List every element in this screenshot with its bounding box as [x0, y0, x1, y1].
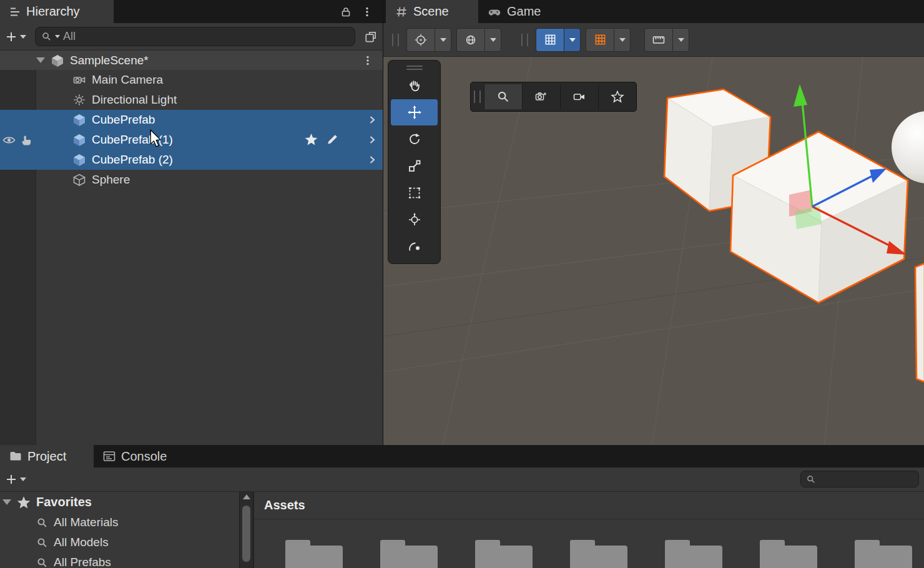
- hierarchy-row-cubeprefab-1[interactable]: CubePrefab (1): [0, 130, 383, 150]
- lock-icon[interactable]: [340, 6, 351, 17]
- visibility-eye-icon[interactable]: [2, 132, 16, 147]
- scene-menu-icon[interactable]: [362, 55, 373, 66]
- scale-tool-button[interactable]: [391, 153, 438, 179]
- toolbar-drag-handle[interactable]: [521, 34, 528, 46]
- move-tool-button[interactable]: [391, 99, 438, 125]
- hierarchy-row-directional-light[interactable]: Directional Light: [0, 90, 383, 110]
- draw-mode-button[interactable]: [406, 28, 435, 52]
- hierarchy-tabstrip: Hierarchy: [0, 0, 383, 23]
- ruler-dropdown[interactable]: [672, 28, 689, 52]
- console-icon: [102, 449, 116, 463]
- favorites-label: Favorites: [36, 495, 92, 509]
- project-console-panel: Project Console Favori: [0, 445, 924, 568]
- scene-visibility-dropdown[interactable]: [484, 28, 501, 52]
- folder-icon[interactable]: [855, 546, 912, 568]
- unity-scene-icon: [50, 53, 65, 68]
- favorites-item-label: All Prefabs: [54, 556, 111, 568]
- hierarchy-row-main-camera[interactable]: Main Camera: [0, 70, 383, 90]
- assets-grid-area[interactable]: Assets: [253, 492, 924, 568]
- tab-game[interactable]: Game: [478, 0, 549, 23]
- tools-overlay: [388, 60, 441, 264]
- project-search-input[interactable]: [800, 471, 919, 487]
- search-icon: [36, 517, 48, 529]
- prefab-open-chevron-icon[interactable]: [367, 155, 377, 165]
- scene-visibility-globe-button[interactable]: [456, 28, 484, 52]
- scene-star-button[interactable]: [598, 84, 636, 109]
- overlay-drag-handle-icon[interactable]: [390, 63, 438, 72]
- tab-console[interactable]: Console: [94, 445, 175, 468]
- favorites-star-icon: [16, 495, 31, 510]
- hierarchy-toolbar: All: [0, 23, 383, 51]
- scene-viewport[interactable]: [383, 57, 924, 446]
- hand-tool-button[interactable]: [391, 72, 438, 99]
- prefab-icon: [72, 113, 86, 127]
- prefab-open-chevron-icon[interactable]: [367, 115, 377, 125]
- favorites-header[interactable]: Favorites: [0, 492, 239, 512]
- scrollbar-thumb[interactable]: [242, 506, 250, 562]
- grid-snap-dropdown[interactable]: [564, 28, 581, 52]
- mouse-cursor: [147, 129, 164, 150]
- rotate-tool-button[interactable]: [391, 126, 438, 152]
- favorites-item-label: All Models: [54, 536, 109, 549]
- add-object-button[interactable]: [5, 31, 26, 43]
- sphere-object: [892, 111, 924, 184]
- add-asset-button[interactable]: [5, 473, 26, 486]
- chevron-down-icon: [20, 35, 26, 39]
- hierarchy-row-sphere[interactable]: Sphere: [0, 170, 383, 190]
- collapse-triangle-icon[interactable]: [36, 57, 45, 63]
- gizmo-arrowhead-y: [794, 84, 807, 107]
- rect-tool-button[interactable]: [391, 180, 438, 206]
- hierarchy-row-cubeprefab-2[interactable]: CubePrefab (2): [0, 150, 383, 170]
- favorites-item-all-prefabs[interactable]: All Prefabs: [0, 552, 239, 568]
- scene-videocam-button[interactable]: [560, 84, 598, 109]
- collapse-triangle-icon[interactable]: [2, 499, 11, 505]
- transform-tool-button[interactable]: [391, 207, 438, 233]
- hierarchy-row-cubeprefab[interactable]: CubePrefab: [0, 110, 383, 130]
- folder-icon[interactable]: [380, 546, 438, 568]
- ruler-button[interactable]: [644, 28, 672, 52]
- overlay-drag-handle[interactable]: [474, 91, 481, 103]
- scene-header-row[interactable]: SampleScene*: [0, 51, 383, 70]
- folder-icon[interactable]: [665, 546, 722, 568]
- folder-icon[interactable]: [285, 546, 343, 568]
- prefab-open-chevron-icon[interactable]: [367, 135, 377, 145]
- custom-tools-button[interactable]: [391, 233, 438, 260]
- console-tab-label: Console: [121, 449, 167, 464]
- object-name: CubePrefab: [92, 113, 155, 127]
- popout-icon[interactable]: [364, 30, 378, 44]
- panel-menu-icon[interactable]: [361, 6, 373, 17]
- scene-search-button[interactable]: [484, 84, 522, 109]
- pickability-finger-icon[interactable]: [20, 132, 32, 147]
- folder-icon[interactable]: [760, 546, 817, 568]
- rename-pencil-icon[interactable]: [326, 132, 339, 147]
- game-tab-label: Game: [507, 4, 541, 19]
- scene-camera-add-button[interactable]: [522, 84, 560, 109]
- scene-toolbar: [383, 23, 924, 57]
- favorite-star-icon[interactable]: [304, 132, 318, 147]
- prefab-icon: [72, 153, 86, 167]
- scene-name: SampleScene*: [70, 54, 149, 67]
- grid-snap-button[interactable]: [536, 28, 564, 52]
- hierarchy-list-icon: [9, 6, 21, 18]
- search-icon: [36, 537, 48, 549]
- hierarchy-search-value: All: [63, 30, 76, 43]
- vertical-scrollbar[interactable]: [239, 492, 253, 568]
- draw-mode-dropdown[interactable]: [435, 28, 451, 52]
- favorites-item-all-materials[interactable]: All Materials: [0, 512, 239, 532]
- scene-panel: Scene Game: [383, 0, 924, 445]
- folder-icon: [9, 449, 22, 463]
- tab-project[interactable]: Project: [0, 445, 94, 468]
- tab-scene[interactable]: Scene: [386, 0, 478, 23]
- tab-hierarchy[interactable]: Hierarchy: [0, 0, 114, 23]
- folder-icon[interactable]: [570, 546, 627, 568]
- hierarchy-panel: Hierarchy All: [0, 0, 383, 445]
- increment-snap-button[interactable]: [586, 28, 614, 52]
- increment-snap-dropdown[interactable]: [614, 28, 631, 52]
- favorites-item-all-models[interactable]: All Models: [0, 532, 239, 552]
- scene-grid-icon: [395, 5, 408, 19]
- scroll-up-arrow-icon[interactable]: [243, 494, 250, 499]
- hierarchy-search-input[interactable]: All: [35, 27, 355, 46]
- folder-icon[interactable]: [475, 546, 533, 568]
- scene-tabstrip: Scene Game: [383, 0, 924, 23]
- toolbar-drag-handle[interactable]: [392, 34, 399, 46]
